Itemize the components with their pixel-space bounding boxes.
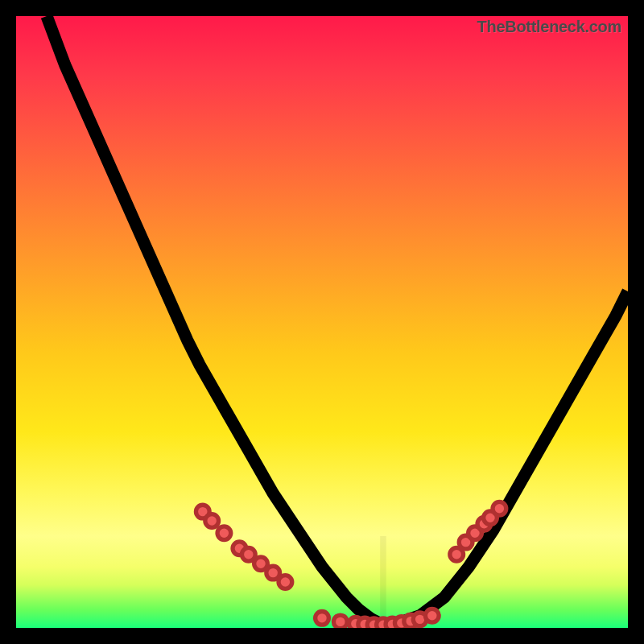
right-curve-path — [383, 291, 628, 625]
data-marker — [493, 502, 506, 515]
watermark-text: TheBottleneck.com — [477, 18, 621, 36]
chart-svg — [16, 16, 628, 628]
left-curve-path — [47, 16, 383, 625]
data-marker — [425, 609, 439, 622]
data-marker — [316, 611, 329, 625]
chart-container: TheBottleneck.com — [0, 0, 644, 644]
markers-left-group — [196, 505, 291, 588]
data-marker — [205, 514, 219, 528]
data-marker — [333, 615, 347, 628]
plot-area: TheBottleneck.com — [16, 16, 628, 628]
markers-bottom-group — [316, 609, 440, 628]
data-marker — [279, 576, 292, 589]
data-marker — [217, 526, 231, 540]
